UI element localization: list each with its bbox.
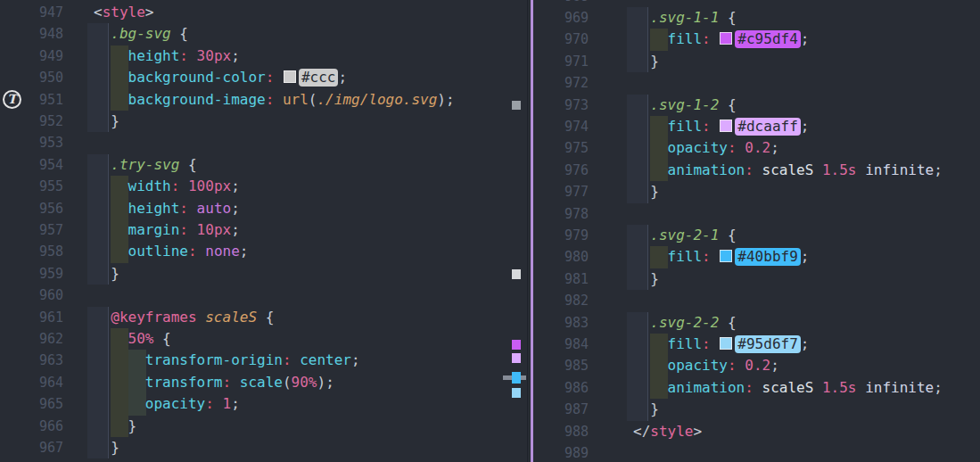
code-line[interactable]: 971 }: [533, 51, 980, 72]
code-line[interactable]: 978: [533, 203, 980, 225]
code-line[interactable]: 969 .svg-1-1 {: [533, 7, 980, 29]
line-number[interactable]: 964: [0, 372, 63, 393]
line-number[interactable]: 983: [533, 312, 589, 334]
code-line[interactable]: 953: [0, 132, 527, 153]
code-line[interactable]: 947<style>: [0, 2, 527, 23]
code-line[interactable]: 970 fill: #c95df4;: [533, 29, 980, 50]
line-number[interactable]: 981: [533, 268, 589, 290]
line-number[interactable]: 948: [0, 23, 63, 45]
code-line[interactable]: 952 }: [0, 111, 527, 132]
code-line[interactable]: 965 opacity: 1;: [0, 393, 527, 415]
code-line[interactable]: 954 .try-svg {: [0, 154, 527, 176]
code-line[interactable]: 964 transform: scale(90%);: [0, 372, 527, 393]
color-value-chip[interactable]: #95d6f7: [735, 335, 800, 353]
line-number[interactable]: 974: [533, 116, 589, 137]
code-line[interactable]: 967 }: [0, 437, 527, 458]
overview-ruler[interactable]: [511, 0, 527, 462]
line-number[interactable]: 989: [533, 442, 589, 462]
line-number[interactable]: 984: [533, 334, 589, 355]
color-swatch[interactable]: [284, 70, 296, 83]
color-value-chip[interactable]: #ccc: [299, 69, 339, 87]
code-line[interactable]: 982: [533, 290, 980, 311]
code-line[interactable]: 961 @keyframes scaleS {: [0, 307, 527, 328]
line-number[interactable]: 962: [0, 328, 63, 350]
code-line[interactable]: 963 transform-origin: center;: [0, 350, 527, 371]
code-line[interactable]: 974 fill: #dcaaff;: [533, 116, 980, 137]
line-number[interactable]: 956: [0, 198, 63, 219]
code-line[interactable]: 955 width: 100px;: [0, 176, 527, 197]
code-line[interactable]: 968: [533, 0, 980, 7]
code-line[interactable]: 987 }: [533, 399, 980, 420]
color-value-chip[interactable]: #dcaaff: [735, 118, 800, 136]
code-line[interactable]: 976 animation: scaleS 1.5s infinite;: [533, 160, 980, 181]
line-number[interactable]: 988: [533, 421, 589, 442]
editor-pane-right[interactable]: 968969 .svg-1-1 {970 fill: #c95df4;971 }…: [533, 0, 980, 462]
editor-pane-left[interactable]: 947<style>948 .bg-svg {949 height: 30px;…: [0, 0, 527, 462]
code-line[interactable]: 973 .svg-1-2 {: [533, 95, 980, 116]
code-line[interactable]: 980 fill: #40bbf9;: [533, 246, 980, 268]
code-line[interactable]: 950 background-color: #ccc;: [0, 67, 527, 88]
code-line[interactable]: 983 .svg-2-2 {: [533, 312, 980, 334]
code-line[interactable]: 960: [0, 285, 527, 306]
line-number[interactable]: 977: [533, 181, 589, 202]
line-number[interactable]: 947: [0, 2, 63, 23]
code-line[interactable]: 949 height: 30px;: [0, 45, 527, 67]
line-number[interactable]: 976: [533, 160, 589, 181]
line-number[interactable]: 963: [0, 350, 63, 371]
code-line[interactable]: 962 50% {: [0, 328, 527, 350]
line-number[interactable]: 969: [533, 7, 589, 29]
line-number[interactable]: 953: [0, 132, 63, 153]
line-number[interactable]: 968: [533, 0, 589, 7]
line-number[interactable]: 952: [0, 111, 63, 132]
line-number[interactable]: 985: [533, 355, 589, 376]
line-number[interactable]: 958: [0, 241, 63, 262]
line-number[interactable]: 959: [0, 263, 63, 285]
line-number[interactable]: 955: [0, 176, 63, 197]
code-line[interactable]: 981 }: [533, 268, 980, 290]
code-line[interactable]: 959 }: [0, 263, 527, 285]
color-value-chip[interactable]: #c95df4: [735, 30, 800, 48]
color-swatch[interactable]: [720, 337, 732, 350]
color-swatch[interactable]: [720, 120, 732, 132]
line-number[interactable]: 960: [0, 285, 63, 306]
line-number[interactable]: 967: [0, 437, 63, 458]
code-line[interactable]: 956 height: auto;: [0, 198, 527, 219]
code-line[interactable]: 948 .bg-svg {: [0, 23, 527, 45]
line-number[interactable]: 966: [0, 416, 63, 437]
code-line[interactable]: 989: [533, 442, 980, 462]
line-number[interactable]: 972: [533, 72, 589, 94]
line-number[interactable]: 986: [533, 377, 589, 399]
code-line[interactable]: 975 opacity: 0.2;: [533, 137, 980, 159]
code-line[interactable]: 979 .svg-2-1 {: [533, 225, 980, 246]
color-swatch[interactable]: [720, 250, 732, 262]
line-number[interactable]: 982: [533, 290, 589, 311]
code-line[interactable]: 986 animation: scaleS 1.5s infinite;: [533, 377, 980, 399]
line-number[interactable]: 950: [0, 67, 63, 88]
code-line[interactable]: 966 }: [0, 416, 527, 437]
line-number[interactable]: 978: [533, 203, 589, 225]
code-line[interactable]: 972: [533, 72, 980, 94]
code-line[interactable]: 958 outline: none;: [0, 241, 527, 262]
code-line[interactable]: 985 opacity: 0.2;: [533, 355, 980, 376]
code-line[interactable]: 984 fill: #95d6f7;: [533, 334, 980, 355]
circled-t-gutter-icon[interactable]: T: [3, 90, 21, 109]
line-number[interactable]: 949: [0, 45, 63, 67]
code-line[interactable]: 977 }: [533, 181, 980, 202]
line-number[interactable]: 970: [533, 29, 589, 50]
line-number[interactable]: 957: [0, 219, 63, 241]
line-number[interactable]: 980: [533, 246, 589, 268]
line-number[interactable]: 971: [533, 51, 589, 72]
line-number[interactable]: 987: [533, 399, 589, 420]
line-number[interactable]: 975: [533, 137, 589, 159]
line-number[interactable]: 961: [0, 307, 63, 328]
line-number[interactable]: 973: [533, 95, 589, 116]
code-line[interactable]: 988</style>: [533, 421, 980, 442]
line-number[interactable]: 954: [0, 154, 63, 176]
color-swatch[interactable]: [720, 32, 732, 45]
line-number[interactable]: 965: [0, 393, 63, 415]
token-sel: .svg-1-2: [650, 96, 719, 113]
code-line[interactable]: 951 background-image: url(./img/logo.svg…: [0, 89, 527, 111]
line-number[interactable]: 979: [533, 225, 589, 246]
code-line[interactable]: 957 margin: 10px;: [0, 219, 527, 241]
color-value-chip[interactable]: #40bbf9: [735, 248, 800, 266]
